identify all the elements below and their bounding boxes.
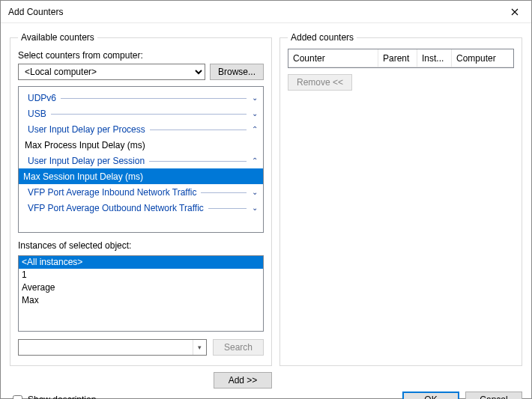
window-title: Add Counters: [8, 7, 498, 17]
counter-group-vfp-outbound[interactable]: VFP Port Average Outbound Network Traffi…: [19, 200, 263, 216]
chevron-up-icon: ⌃: [251, 125, 259, 133]
instances-list[interactable]: <All instances> 1 Average Max: [18, 255, 264, 332]
close-icon: [511, 8, 519, 16]
select-computer-label: Select counters from computer:: [18, 50, 264, 61]
col-parent[interactable]: Parent: [378, 49, 417, 67]
remove-button[interactable]: Remove <<: [288, 74, 352, 91]
show-description-label: Show description: [28, 395, 96, 399]
chevron-down-icon: ⌄: [251, 109, 259, 118]
titlebar: Add Counters: [1, 1, 531, 23]
search-combo[interactable]: ▾: [18, 339, 207, 356]
counter-tree[interactable]: UDPv6 ⌄ USB ⌄ User Input Delay per Proce…: [18, 86, 264, 233]
col-inst[interactable]: Inst...: [417, 49, 452, 67]
counter-group-vfp-inbound[interactable]: VFP Port Average Inbound Network Traffic…: [19, 184, 263, 200]
chevron-up-icon: ⌃: [251, 156, 259, 165]
added-pane: Added counters Counter Parent Inst... Co…: [279, 32, 522, 389]
counter-item-max-session-delay[interactable]: Max Session Input Delay (ms): [19, 168, 263, 184]
dialog-body: Available counters Select counters from …: [1, 23, 531, 392]
counter-group-usb[interactable]: USB ⌄: [19, 106, 263, 121]
col-counter[interactable]: Counter: [288, 49, 378, 67]
counter-group-udpv6[interactable]: UDPv6 ⌄: [19, 90, 263, 106]
instance-all[interactable]: <All instances>: [19, 256, 263, 269]
show-description-input[interactable]: [13, 395, 22, 400]
add-counters-dialog: Add Counters Available counters Select c…: [0, 0, 532, 399]
instance-average[interactable]: Average: [19, 281, 263, 294]
close-button[interactable]: [498, 1, 531, 23]
ok-button[interactable]: OK: [402, 392, 459, 399]
instance-max[interactable]: Max: [19, 294, 263, 307]
col-computer[interactable]: Computer: [452, 49, 513, 67]
browse-button[interactable]: Browse...: [210, 64, 264, 80]
cancel-button[interactable]: Cancel: [465, 392, 522, 399]
counter-item-max-process-delay[interactable]: Max Process Input Delay (ms): [19, 137, 263, 153]
counter-group-input-delay-process[interactable]: User Input Delay per Process ⌃: [19, 121, 263, 137]
chevron-down-icon: ▾: [193, 340, 206, 355]
computer-combo[interactable]: <Local computer>: [18, 64, 205, 80]
available-pane: Available counters Select counters from …: [10, 32, 272, 389]
add-button[interactable]: Add >>: [214, 372, 272, 389]
available-legend: Available counters: [18, 32, 97, 43]
counter-group-input-delay-session[interactable]: User Input Delay per Session ⌃: [19, 153, 263, 168]
instances-label: Instances of selected object:: [18, 240, 264, 251]
chevron-down-icon: ⌄: [251, 188, 259, 196]
chevron-down-icon: ⌄: [251, 94, 259, 102]
dialog-footer: Show description OK Cancel: [1, 392, 531, 399]
listview-header: Counter Parent Inst... Computer: [288, 49, 513, 67]
added-listview[interactable]: Counter Parent Inst... Computer: [288, 49, 514, 68]
available-group: Available counters Select counters from …: [10, 32, 272, 366]
chevron-down-icon: ⌄: [251, 204, 259, 212]
search-button[interactable]: Search: [213, 339, 264, 356]
instance-1[interactable]: 1: [19, 269, 263, 281]
added-legend: Added counters: [288, 32, 357, 43]
added-group: Added counters Counter Parent Inst... Co…: [279, 32, 522, 366]
show-description-checkbox[interactable]: Show description: [10, 393, 96, 400]
